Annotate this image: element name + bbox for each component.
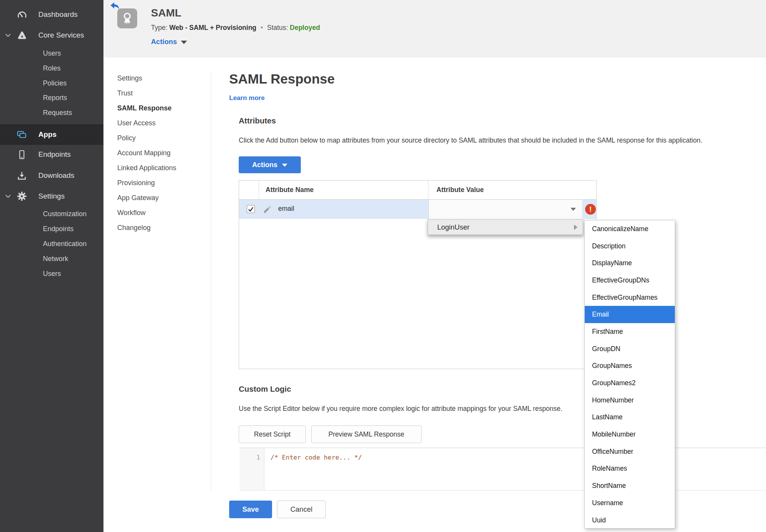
attribute-name-cell: email [278,205,294,213]
value-menu-loginuser[interactable]: LoginUser [428,219,583,235]
submenu-item-groupdn[interactable]: GroupDN [585,340,675,358]
editor-line-number: 1 [256,454,260,461]
sidebar-item-roles[interactable]: Roles [0,62,103,75]
submenu-item-lastname[interactable]: LastName [585,409,675,426]
sidebar-item-label: Downloads [38,171,74,180]
subnav-changelog[interactable]: Changelog [117,220,202,235]
sidebar-item-policies[interactable]: Policies [0,77,103,90]
preview-saml-response-button[interactable]: Preview SAML Response [311,425,422,443]
sidebar-item-apps[interactable]: Apps [0,125,103,144]
script-editor[interactable]: 1 /* Enter code here... */ [239,448,766,491]
sidebar-item-label: Endpoints [38,150,71,159]
sidebar-item-reports[interactable]: Reports [0,91,103,104]
learn-more-link[interactable]: Learn more [229,94,265,102]
reset-script-button[interactable]: Reset Script [239,425,306,443]
header-actions-label: Actions [151,38,177,46]
custom-logic-description: Use the Script Editor below if you requi… [239,405,563,413]
submenu-item-uuid[interactable]: Uuid [585,512,675,529]
sidebar-item-settings-endpoints[interactable]: Endpoints [0,222,103,235]
subnav-policy[interactable]: Policy [117,131,202,146]
caret-down-icon [571,208,576,211]
subnav-user-access[interactable]: User Access [117,116,202,131]
row-checkbox[interactable] [247,205,255,213]
submenu-item-mobilenumber[interactable]: MobileNumber [585,426,675,443]
submenu-item-displayname[interactable]: DisplayName [585,255,675,272]
submenu-item-effectivegroupnames[interactable]: EffectiveGroupNames [585,289,675,306]
editor-gutter: 1 [239,448,264,490]
app-badge-ribbon-icon [117,8,137,28]
subnav-app-gateway[interactable]: App Gateway [117,190,202,205]
sidebar-subitem-label: Network [43,255,68,263]
edit-pencil-icon[interactable] [263,205,272,214]
subnav-divider [211,71,211,491]
sidebar-item-endpoints[interactable]: Endpoints [0,146,103,163]
submenu-item-username[interactable]: Username [585,494,675,512]
status-label: Status: [267,24,288,31]
attributes-table-header: Attribute Name Attribute Value [239,181,596,200]
sidebar-subitem-label: Customization [43,210,87,218]
chevron-down-icon[interactable] [5,195,11,198]
sidebar-subitem-label: Roles [43,64,61,72]
sidebar-subitem-label: Users [43,49,61,57]
subnav-workflow[interactable]: Workflow [117,205,202,220]
app-meta: Type: Web - SAML + Provisioning • Status… [151,24,320,32]
attributes-table: Attribute Name Attribute Value email ! [239,180,597,369]
sidebar-item-label: Core Services [38,31,84,39]
column-attribute-value: Attribute Value [436,186,484,194]
submenu-item-description[interactable]: Description [585,238,675,255]
attributes-description: Click the Add button below to map attrib… [239,136,702,144]
submenu-item-groupnames2[interactable]: GroupNames2 [585,374,675,392]
subnav-provisioning[interactable]: Provisioning [117,176,202,190]
attribute-value-dropdown[interactable] [428,200,582,219]
sidebar-item-requests[interactable]: Requests [0,106,103,119]
mobile-device-icon [16,149,28,160]
sidebar: Dashboards Core Services Users Roles Pol… [0,0,103,532]
subnav-account-mapping[interactable]: Account Mapping [117,146,202,161]
submenu-item-officenumber[interactable]: OfficeNumber [585,443,675,460]
subnav-linked-applications[interactable]: Linked Applications [117,161,202,176]
attributes-actions-label: Actions [252,161,277,169]
submenu-item-shortname[interactable]: ShortName [585,477,675,494]
sidebar-item-downloads[interactable]: Downloads [0,167,103,184]
sidebar-item-settings-users[interactable]: Users [0,267,103,280]
submenu-item-effectivegroupdns[interactable]: EffectiveGroupDNs [585,272,675,289]
submenu-item-rolenames[interactable]: RoleNames [585,460,675,478]
submenu-item-canonicalizename[interactable]: CanonicalizeName [585,220,675,238]
admin-portal: Dashboards Core Services Users Roles Pol… [0,0,766,532]
type-value: Web - SAML + Provisioning [169,24,256,31]
attributes-actions-button[interactable]: Actions [239,156,301,173]
sidebar-item-label: Dashboards [38,10,77,19]
submenu-item-homenumber[interactable]: HomeNumber [585,392,675,409]
sidebar-item-users[interactable]: Users [0,47,103,60]
gear-icon [16,191,28,202]
save-button[interactable]: Save [229,501,272,518]
sidebar-item-settings[interactable]: Settings [0,188,103,205]
custom-logic-heading: Custom Logic [239,384,291,394]
sidebar-subitem-label: Authentication [43,240,87,248]
sidebar-item-authentication[interactable]: Authentication [0,237,103,250]
editor-code[interactable]: /* Enter code here... */ [271,454,362,461]
subnav-settings[interactable]: Settings [117,71,202,86]
attributes-heading: Attributes [239,116,276,125]
column-attribute-name: Attribute Name [266,186,313,194]
chevron-down-icon[interactable] [5,34,11,37]
subnav-trust[interactable]: Trust [117,86,202,101]
submenu-item-email[interactable]: Email [585,306,675,323]
submenu-item-groupnames[interactable]: GroupNames [585,358,675,375]
sidebar-item-customization[interactable]: Customization [0,207,103,220]
table-row[interactable]: email ! [239,200,596,219]
sidebar-item-dashboards[interactable]: Dashboards [0,6,103,23]
cancel-button[interactable]: Cancel [277,501,326,518]
core-services-icon [16,30,28,41]
sidebar-item-network[interactable]: Network [0,252,103,265]
download-icon [16,170,28,181]
app-title: SAML [151,7,181,19]
sidebar-subitem-label: Users [43,270,61,278]
header-actions-menu[interactable]: Actions [151,38,187,46]
subnav-saml-response[interactable]: SAML Response [117,101,202,116]
sidebar-subitem-label: Endpoints [43,225,74,233]
apps-icon [16,129,28,140]
column-divider [428,181,428,200]
submenu-item-firstname[interactable]: FirstName [585,323,675,340]
sidebar-item-core-services[interactable]: Core Services [0,27,103,44]
